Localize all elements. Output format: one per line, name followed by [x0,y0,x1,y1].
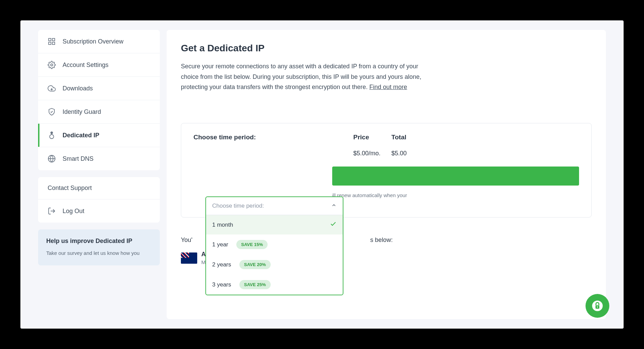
dropdown-option-2-years[interactable]: 2 years SAVE 20% [206,255,343,275]
logout-icon [48,207,56,215]
gear-icon [48,61,56,69]
sidebar-item-label: Smart DNS [63,155,94,162]
help-card-title: Help us improve Dedicated IP [46,238,152,245]
svg-rect-3 [52,42,55,45]
svg-point-4 [51,64,53,66]
total-value: $5.00 [391,150,407,157]
save-badge: SAVE 15% [236,240,268,249]
find-out-more-link[interactable]: Find out more [369,84,407,90]
sidebar-item-label: Downloads [63,85,93,92]
sidebar-item-contact-support[interactable]: Contact Support [38,177,160,199]
sidebar-item-label: Account Settings [63,62,108,69]
price-value: $5.00/mo. [353,150,391,157]
price-label: Price [353,134,391,141]
flag-australia-icon [181,252,197,264]
sidebar-item-label: Identity Guard [63,108,101,116]
grid-icon [48,37,56,46]
shield-check-icon [48,108,56,116]
sidebar-item-log-out[interactable]: Log Out [38,199,160,223]
nav-primary: Subscription Overview Account Settings D… [38,30,160,170]
globe-bolt-icon [48,155,56,163]
sidebar-item-label: Log Out [63,208,84,215]
sidebar-item-dedicated-ip[interactable]: Dedicated IP [38,124,160,147]
location-globe-icon [48,131,56,139]
sidebar-item-label: Subscription Overview [63,38,123,45]
nav-secondary: Contact Support Log Out [38,177,160,223]
renew-note: ill renew automatically when your es. [332,192,579,207]
support-fab[interactable] [586,294,609,318]
sidebar-item-downloads[interactable]: Downloads [38,77,160,100]
save-badge: SAVE 20% [239,260,271,269]
cloud-download-icon [48,84,56,92]
save-badge: SAVE 25% [239,280,271,289]
dropdown-header[interactable]: Choose time period: [206,197,343,215]
choose-period-label: Choose time period: [193,134,353,141]
dropdown-option-1-year[interactable]: 1 year SAVE 15% [206,234,343,255]
lock-icon [592,300,603,312]
svg-rect-1 [52,38,55,41]
sidebar: Subscription Overview Account Settings D… [38,30,160,319]
page-description: Secure your remote connections to any as… [181,61,426,92]
check-icon [330,221,337,229]
sidebar-item-label: Dedicated IP [63,132,99,139]
main-panel: Get a Dedicated IP Secure your remote co… [167,30,606,319]
page-title: Get a Dedicated IP [181,43,592,54]
svg-rect-0 [49,38,51,41]
svg-rect-11 [597,307,597,308]
dropdown-option-1-month[interactable]: 1 month [206,215,343,234]
dropdown-placeholder: Choose time period: [212,203,264,209]
svg-point-6 [51,133,52,134]
sidebar-item-subscription-overview[interactable]: Subscription Overview [38,30,160,53]
svg-rect-2 [49,42,51,45]
dropdown-option-3-years[interactable]: 3 years SAVE 25% [206,275,343,295]
help-card: Help us improve Dedicated IP Take our su… [38,229,160,265]
sidebar-item-smart-dns[interactable]: Smart DNS [38,147,160,170]
chevron-up-icon [331,203,337,209]
help-card-body: Take our survey and let us know how you [46,249,152,257]
svg-point-5 [50,135,54,139]
total-label: Total [391,134,406,141]
purchase-button[interactable] [332,167,579,186]
time-period-dropdown[interactable]: Choose time period: 1 month 1 year [205,196,343,295]
sidebar-item-account-settings[interactable]: Account Settings [38,53,160,77]
sidebar-item-identity-guard[interactable]: Identity Guard [38,100,160,124]
sidebar-item-label: Contact Support [48,185,92,192]
